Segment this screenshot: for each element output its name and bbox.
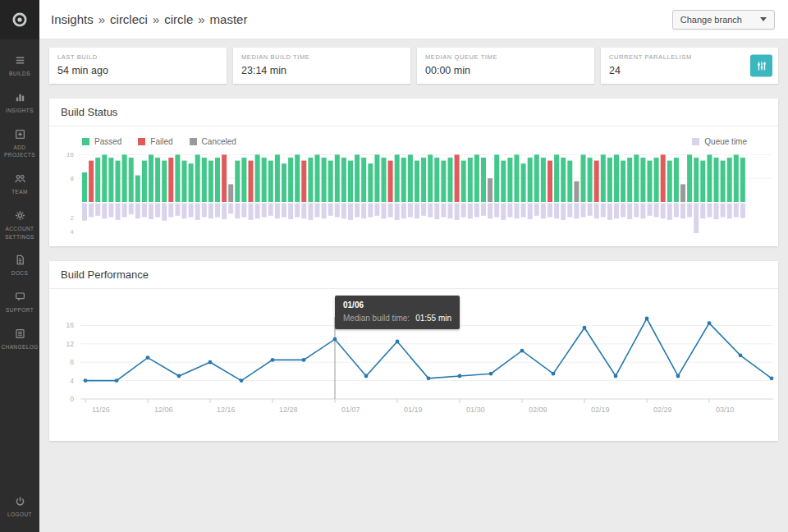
sidebar-item-logout[interactable]: LOGOUT [0,488,39,525]
parallelism-settings-button[interactable] [750,55,772,77]
legend-queue-time: Queue time [692,137,747,146]
svg-text:01/07: 01/07 [341,406,360,414]
svg-text:12/16: 12/16 [217,406,236,414]
stat-label: MEDIAN BUILD TIME [241,53,402,61]
tooltip-date: 01/06 [343,301,451,310]
sidebar-item-builds[interactable]: BUILDS [0,48,39,85]
build-performance-title: Build Performance [49,261,778,289]
stats-row: LAST BUILD54 min agoMEDIAN BUILD TIME23:… [49,48,778,84]
team-icon [14,172,26,185]
stat-card-current-parallelism: CURRENT PARALLELISM24 [601,48,778,84]
svg-text:8: 8 [70,358,74,366]
svg-text:02/29: 02/29 [653,406,672,414]
svg-text:11/26: 11/26 [92,406,110,414]
settings-icon [14,209,26,222]
breadcrumb: Insights»circleci»circle»master [51,12,247,26]
legend-passed: Passed [82,137,121,146]
svg-text:8: 8 [71,175,75,182]
insights-icon [14,91,26,103]
svg-text:12/06: 12/06 [154,406,173,414]
tooltip-value: 01:55 min [415,314,451,323]
stat-label: MEDIAN QUEUE TIME [425,53,586,61]
sidebar-item-changelog[interactable]: CHANGELOG [0,321,39,358]
legend-swatch [138,138,145,145]
legend-failed: Failed [138,137,172,146]
sidebar-item-support[interactable]: SUPPORT [0,284,39,321]
svg-text:02/19: 02/19 [591,406,610,414]
changelog-icon [14,328,26,340]
stat-value: 00:00 min [425,65,586,76]
change-branch-button[interactable]: Change branch [672,10,775,30]
stat-card-median-build-time: MEDIAN BUILD TIME23:14 min [233,48,410,84]
svg-text:4: 4 [71,228,75,236]
add-projects-icon [14,128,26,140]
circleci-logo[interactable] [0,0,39,39]
change-branch-label: Change branch [680,15,742,25]
build-status-chart: 16824 [49,151,778,238]
circleci-logo [11,11,29,29]
svg-text:16: 16 [66,321,75,329]
sidebar-item-insights[interactable]: INSIGHTS [0,85,39,122]
svg-text:01/19: 01/19 [404,406,423,414]
sidebar-item-label: DOCS [11,269,28,277]
svg-text:2: 2 [71,214,75,222]
legend-swatch [692,138,699,145]
build-status-title: Build Status [49,99,778,126]
sliders-icon [755,59,768,72]
legend-swatch [190,138,197,145]
sidebar-item-label: TEAM [11,188,28,196]
sidebar-item-add-projects[interactable]: ADD PROJECTS [0,122,39,167]
legend-label: Queue time [704,137,747,146]
sidebar-item-docs[interactable]: DOCS [0,247,39,284]
docs-icon [14,254,26,266]
builds-icon [14,54,26,66]
sidebar-item-label: CHANGELOG [1,343,38,351]
svg-text:12: 12 [66,340,75,348]
stat-card-median-queue-time: MEDIAN QUEUE TIME00:00 min [417,48,594,84]
legend-row: PassedFailedCanceledQueue time [49,126,778,146]
stat-label: CURRENT PARALLELISM [609,53,770,61]
main-content: LAST BUILD54 min agoMEDIAN BUILD TIME23:… [39,39,788,532]
sidebar-item-account-settings[interactable]: ACCOUNT SETTINGS [0,203,39,248]
build-status-card: Build Status PassedFailedCanceledQueue t… [49,99,778,246]
stat-value: 24 [609,65,770,76]
sidebar-item-label: LOGOUT [7,511,32,519]
stat-value: 23:14 min [241,65,402,76]
sidebar-item-team[interactable]: TEAM [0,166,39,203]
legend-label: Canceled [202,137,236,146]
sidebar-nav: BUILDSINSIGHTSADD PROJECTSTEAMACCOUNT SE… [0,39,39,358]
svg-text:16: 16 [66,151,74,158]
tooltip-label: Median build time: [343,314,410,323]
chart-tooltip: 01/06 Median build time:01:55 min [335,296,460,329]
breadcrumb-segment: master [210,12,248,26]
svg-text:12/28: 12/28 [279,406,298,414]
svg-text:0: 0 [70,395,74,403]
sidebar-item-label: BUILDS [9,70,30,78]
svg-text:03/10: 03/10 [716,406,735,414]
breadcrumb-separator: » [98,12,105,26]
breadcrumb-separator: » [198,12,204,26]
sidebar-item-label: ADD PROJECTS [2,144,38,160]
legend-label: Passed [94,137,121,146]
legend-label: Failed [150,137,172,146]
stat-value: 54 min ago [57,65,218,76]
breadcrumb-segment[interactable]: circle [164,12,193,26]
svg-text:01/30: 01/30 [466,406,485,414]
svg-text:02/09: 02/09 [529,406,547,414]
sidebar-item-label: INSIGHTS [6,107,34,115]
breadcrumb-segment[interactable]: circleci [110,12,148,26]
breadcrumb-separator: » [153,12,159,26]
power-icon [14,495,26,507]
legend-canceled: Canceled [190,137,236,146]
build-performance-card: Build Performance 01/06 Median build tim… [49,261,778,441]
build-status-chart-wrap: 16824 [49,146,778,246]
sidebar-bottom: LOGOUT [0,480,39,532]
svg-text:4: 4 [70,377,74,385]
stat-label: LAST BUILD [57,53,218,61]
build-performance-chart-area: 01/06 Median build time:01:55 min 048121… [49,289,778,441]
chevron-down-icon [760,17,767,21]
header: Insights»circleci»circle»master Change b… [39,0,788,39]
breadcrumb-segment[interactable]: Insights [51,12,94,26]
tooltip-body: Median build time:01:55 min [343,314,451,323]
support-icon [14,291,26,303]
